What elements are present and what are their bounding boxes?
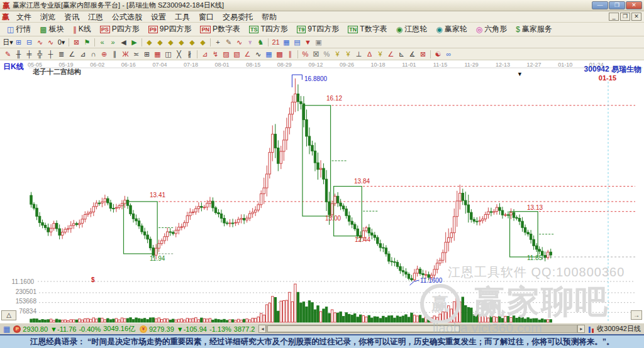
tool-icon[interactable]: ╪	[24, 50, 35, 59]
toolbar-button-行情[interactable]: ◫行情	[3, 23, 35, 36]
tool-icon[interactable]: ▼	[303, 38, 313, 47]
tool-icon[interactable]: ☯	[433, 50, 443, 59]
restore-button[interactable]: ❐	[609, 1, 625, 9]
calculator-icon[interactable]: ▦	[3, 325, 10, 334]
tool-icon[interactable]: ∿	[45, 38, 56, 47]
tool-icon[interactable]: ✎	[223, 38, 234, 47]
tool-icon[interactable]: Ж	[120, 50, 131, 59]
menu-item[interactable]: 窗口	[194, 12, 218, 22]
toolbar-button-板块[interactable]: ▩板块	[35, 23, 68, 36]
tool-icon[interactable]: ◆	[165, 38, 176, 47]
tool-icon[interactable]: ◆	[187, 38, 197, 47]
scroll-left-arrow-icon[interactable]: ◂	[258, 325, 266, 333]
chart-scroll-right-button[interactable]: →	[631, 310, 642, 320]
tool-icon[interactable]: ∥	[109, 50, 120, 59]
tool-icon[interactable]: ∦	[184, 50, 195, 59]
period-label[interactable]: 日K线	[3, 63, 24, 70]
tool-icon[interactable]: ╫	[13, 50, 24, 59]
tool-icon[interactable]: ◆	[176, 38, 187, 47]
menu-item[interactable]: 公式选股	[108, 12, 147, 22]
toolbar-button-六角形[interactable]: ◎六角形	[472, 23, 511, 36]
tool-icon[interactable]: ◆	[155, 38, 165, 47]
tool-icon[interactable]: ⊟	[24, 38, 35, 47]
tool-icon[interactable]: ⊿	[199, 50, 210, 59]
tool-icon[interactable]: ▨	[221, 50, 231, 59]
tool-icon[interactable]: ⊥	[353, 50, 364, 59]
sh-index-icon[interactable]: P	[13, 325, 21, 333]
tool-icon[interactable]: ∆	[364, 50, 375, 59]
toolbar-button-赢家轮[interactable]: ◉赢家轮	[431, 23, 471, 36]
pane-toggle-button[interactable]: △	[1, 310, 16, 320]
menu-item[interactable]: 帮助	[257, 12, 281, 22]
tool-icon[interactable]: ⚑	[82, 38, 92, 47]
tool-icon[interactable]: ↯	[210, 50, 221, 59]
menu-item[interactable]: 工具	[170, 12, 194, 22]
chevron-down-icon[interactable]: ▼	[517, 72, 523, 77]
tool-icon[interactable]: ⊾	[396, 50, 407, 59]
tool-icon[interactable]: ♆	[245, 38, 255, 47]
tool-icon[interactable]: ▦	[152, 50, 163, 59]
tool-icon[interactable]: ∿	[35, 38, 45, 47]
tool-icon[interactable]: ☒	[311, 50, 321, 59]
toolbar-button-9P四方形[interactable]: P99P四方形	[144, 23, 196, 36]
tool-icon[interactable]: ⊕	[99, 50, 109, 59]
tool-icon[interactable]: ∩	[88, 50, 99, 59]
tool-icon[interactable]: »	[108, 38, 118, 47]
scroll-right-arrow-icon[interactable]: ▸	[577, 325, 585, 333]
tool-icon[interactable]: ¥	[343, 50, 353, 59]
tool-icon[interactable]: ∠	[67, 50, 77, 59]
toolbar-button-江恩轮[interactable]: ◉江恩轮	[392, 23, 431, 36]
tool-icon[interactable]: ╬	[35, 50, 45, 59]
toolbar-button-P四方形[interactable]: PSP四方形	[96, 23, 144, 36]
tool-icon[interactable]: ∿	[253, 50, 264, 59]
menu-item[interactable]: 交易委托	[218, 12, 257, 22]
menu-item[interactable]: 江恩	[84, 12, 108, 22]
tool-icon[interactable]: ▩	[274, 50, 285, 59]
tool-icon[interactable]: 日▾	[3, 38, 13, 47]
menu-item[interactable]: 资讯	[60, 12, 84, 22]
menu-item[interactable]: 设置	[147, 12, 170, 22]
tool-icon[interactable]: ∠	[386, 50, 396, 59]
tool-icon[interactable]: ∠	[242, 50, 253, 59]
scrollbar-thumb[interactable]	[267, 325, 460, 332]
sz-index-icon[interactable]: ¥	[140, 325, 147, 333]
tool-icon[interactable]: ∥	[285, 50, 296, 59]
tool-icon[interactable]: ∡	[407, 50, 418, 59]
toolbar-button-T四方形[interactable]: TST四方形	[245, 23, 292, 36]
tool-icon[interactable]: ◆	[197, 38, 208, 47]
tool-icon[interactable]: ⊿	[77, 50, 88, 59]
close-button[interactable]: ✕	[626, 1, 642, 9]
tool-icon[interactable]: ▦	[264, 50, 274, 59]
tool-icon[interactable]: ◆	[144, 38, 155, 47]
tool-icon[interactable]: 0▾	[56, 38, 67, 47]
tool-icon[interactable]: ¥	[375, 50, 386, 59]
tool-icon[interactable]: ╳	[174, 50, 184, 59]
tool-icon[interactable]: ◫	[163, 50, 174, 59]
tool-icon[interactable]: ⊠	[418, 50, 428, 59]
toolbar-button-9T四方形[interactable]: T99T四方形	[292, 23, 344, 36]
tool-icon[interactable]: ¥	[332, 50, 343, 59]
tool-icon[interactable]: «	[97, 38, 108, 47]
tool-icon[interactable]: ◀	[118, 38, 129, 47]
tool-icon[interactable]: %	[300, 50, 311, 59]
mdi-window-button[interactable]: _	[609, 13, 619, 21]
toolbar-button-P数字表[interactable]: PNP数字表	[196, 23, 245, 36]
kline-chart-area[interactable]: 日K线 老子十二宫结构 300942 易瑞生物 01-15 ▼ 05-0505-…	[0, 60, 644, 323]
tool-icon[interactable]: ∿	[234, 38, 245, 47]
tool-icon[interactable]: %	[321, 50, 332, 59]
tool-icon[interactable]: ♞	[255, 38, 266, 47]
tool-icon[interactable]: 21	[270, 38, 281, 47]
toolbar-button-T数字表[interactable]: TNT数字表	[343, 23, 391, 36]
tool-icon[interactable]: ✎	[3, 50, 13, 59]
tool-icon[interactable]: ┼	[45, 50, 56, 59]
tool-icon[interactable]: ▤	[292, 38, 303, 47]
tool-icon[interactable]: ⊠	[71, 38, 82, 47]
mdi-window-button[interactable]: ❐	[620, 13, 630, 21]
tool-icon[interactable]: ▦	[281, 38, 292, 47]
tool-icon[interactable]: ∞	[443, 50, 454, 59]
menu-item[interactable]: 浏览	[36, 12, 60, 22]
mdi-window-button[interactable]: ✕	[631, 13, 641, 21]
toolbar-button-赢家服务[interactable]: $赢家服务	[511, 23, 557, 36]
toolbar-button-K线[interactable]: ∥K线	[69, 23, 96, 36]
tool-icon[interactable]: ⊞	[13, 38, 24, 47]
